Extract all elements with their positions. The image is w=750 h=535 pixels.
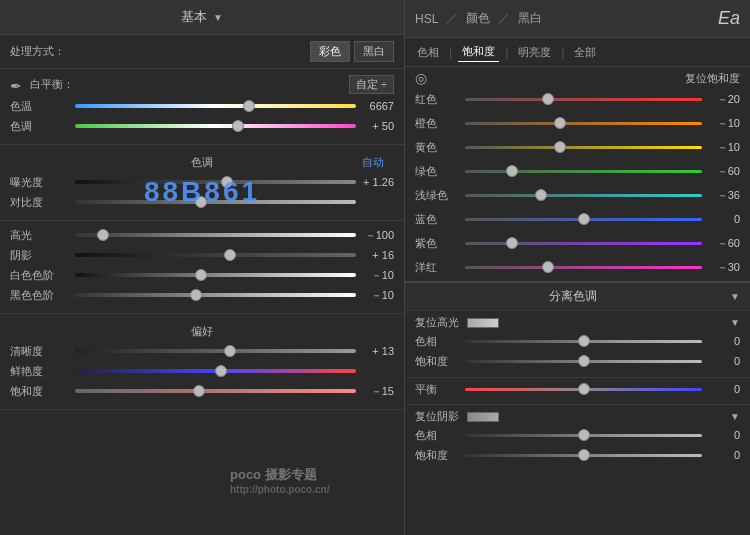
watermark-brand: poco 摄影专题 <box>230 466 329 484</box>
black-slider[interactable] <box>75 287 356 303</box>
purple-sat-slider[interactable] <box>465 235 702 251</box>
tint-label: 色调 <box>10 119 75 134</box>
hsl-reset-label[interactable]: 复位饱和度 <box>685 71 740 86</box>
right-header-items: HSL ／ 颜色 ／ 黑白 <box>415 10 542 27</box>
highlight-swatch[interactable] <box>467 318 499 328</box>
highlight-sat-slider[interactable] <box>465 353 702 369</box>
aqua-sat-value: －36 <box>702 188 740 203</box>
left-panel-title: 基本 <box>181 8 207 26</box>
shadow-dropdown[interactable]: ▼ <box>730 411 740 422</box>
right-panel: HSL ／ 颜色 ／ 黑白 Ea 色相 | 饱和度 | 明亮度 | 全部 ◎ 复… <box>405 0 750 535</box>
green-sat-slider[interactable] <box>465 163 702 179</box>
highlight-sat-row: 饱和度 0 <box>415 353 740 369</box>
bw-label[interactable]: 黑白 <box>518 10 542 27</box>
tab-luminance[interactable]: 明亮度 <box>514 43 555 62</box>
tab-all[interactable]: 全部 <box>570 43 600 62</box>
shadow-hue-row: 色相 0 <box>415 427 740 443</box>
left-panel-arrow: ▼ <box>213 12 223 23</box>
exposure-label: 曝光度 <box>10 175 75 190</box>
tone-section: 色调 自动 88B861 曝光度 + 1.26 <box>0 145 404 221</box>
split-shadow-section: 复位阴影 ▼ 色相 0 饱和度 <box>405 405 750 471</box>
yellow-sat-value: －10 <box>702 140 740 155</box>
tint-slider[interactable] <box>75 118 356 134</box>
wb-section: ✒ 白平衡： 自定 ÷ 色温 6667 色调 <box>0 69 404 145</box>
ea-label: Ea <box>718 8 740 29</box>
exposure-value: + 1.26 <box>356 176 394 188</box>
shadow-label: 阴影 <box>10 248 75 263</box>
blue-sat-slider[interactable] <box>465 211 702 227</box>
highlight-sat-label: 饱和度 <box>415 354 465 369</box>
wb-value[interactable]: 自定 ÷ <box>349 75 394 94</box>
tab-saturation[interactable]: 饱和度 <box>458 42 499 62</box>
processing-row: 处理方式： 彩色 黑白 <box>0 35 404 69</box>
blue-sat-value: 0 <box>702 213 740 225</box>
aqua-sat-row: 浅绿色 －36 <box>405 185 750 205</box>
watermark: poco 摄影专题 http://photo.poco.cn/ <box>230 466 329 495</box>
aqua-label: 浅绿色 <box>415 188 465 203</box>
highlight-slider[interactable] <box>75 227 356 243</box>
split-tone-header: 分离色调 ▼ <box>405 283 750 311</box>
header-sep2: ／ <box>498 10 510 27</box>
contrast-row: 对比度 <box>10 194 394 210</box>
orange-label: 橙色 <box>415 116 465 131</box>
white-slider[interactable] <box>75 267 356 283</box>
split-highlight-reset[interactable]: 复位高光 <box>415 315 459 330</box>
tone-auto-button[interactable]: 自动 <box>362 155 384 170</box>
highlight-hue-value: 0 <box>702 335 740 347</box>
yellow-sat-slider[interactable] <box>465 139 702 155</box>
exposure-slider[interactable] <box>75 174 356 190</box>
split-tone-arrow: ▼ <box>730 291 740 302</box>
saturation-slider[interactable] <box>75 383 356 399</box>
bw-mode-button[interactable]: 黑白 <box>354 41 394 62</box>
purple-sat-value: －60 <box>702 236 740 251</box>
wb-header-row: ✒ 白平衡： 自定 ÷ <box>10 75 394 94</box>
shadow-value: + 16 <box>356 249 394 261</box>
blue-sat-row: 蓝色 0 <box>405 209 750 229</box>
shadow-row: 阴影 + 16 <box>10 247 394 263</box>
red-sat-slider[interactable] <box>465 91 702 107</box>
clarity-slider[interactable] <box>75 343 356 359</box>
watermark-url: http://photo.poco.cn/ <box>230 484 329 495</box>
magenta-label: 洋红 <box>415 260 465 275</box>
highlight-dropdown[interactable]: ▼ <box>730 317 740 328</box>
shadow-swatch[interactable] <box>467 412 499 422</box>
highlight-hue-slider[interactable] <box>465 333 702 349</box>
aqua-sat-slider[interactable] <box>465 187 702 203</box>
yellow-label: 黄色 <box>415 140 465 155</box>
shadow-hue-slider[interactable] <box>465 427 702 443</box>
hsl-section-header: ◎ 复位饱和度 <box>405 67 750 89</box>
contrast-slider[interactable] <box>75 194 356 210</box>
yellow-sat-row: 黄色 －10 <box>405 137 750 157</box>
hsl-label[interactable]: HSL <box>415 12 438 26</box>
vibrance-row: 鲜艳度 <box>10 363 394 379</box>
pref-label: 偏好 <box>191 324 213 339</box>
shadow-hue-label: 色相 <box>415 428 465 443</box>
tab-hue[interactable]: 色相 <box>413 43 443 62</box>
split-shadow-reset[interactable]: 复位阴影 <box>415 409 459 424</box>
saturation-value: －15 <box>356 384 394 399</box>
color-label[interactable]: 颜色 <box>466 10 490 27</box>
color-mode-button[interactable]: 彩色 <box>310 41 350 62</box>
left-panel: 基本 ▼ 处理方式： 彩色 黑白 ✒ 白平衡： 自定 ÷ 色温 <box>0 0 405 535</box>
split-shadow-header: 复位阴影 ▼ <box>415 409 740 424</box>
pref-header: 偏好 <box>10 320 394 343</box>
hsl-target-icon: ◎ <box>415 70 427 86</box>
color-temp-label: 色温 <box>10 99 75 114</box>
shadow-sat-slider[interactable] <box>465 447 702 463</box>
tint-row: 色调 + 50 <box>10 118 394 134</box>
balance-label: 平衡 <box>415 382 465 397</box>
red-sat-row: 红色 －20 <box>405 89 750 109</box>
exposure-row: 曝光度 + 1.26 <box>10 174 394 190</box>
color-temp-slider[interactable] <box>75 98 356 114</box>
highlight-value: －100 <box>356 228 394 243</box>
right-header: HSL ／ 颜色 ／ 黑白 Ea <box>405 0 750 38</box>
vibrance-slider[interactable] <box>75 363 356 379</box>
balance-slider[interactable] <box>465 381 702 397</box>
orange-sat-slider[interactable] <box>465 115 702 131</box>
shadow-slider[interactable] <box>75 247 356 263</box>
shadow-hue-value: 0 <box>702 429 740 441</box>
white-label: 白色色阶 <box>10 268 75 283</box>
highlight-hue-row: 色相 0 <box>415 333 740 349</box>
magenta-sat-slider[interactable] <box>465 259 702 275</box>
shadow-sat-value: 0 <box>702 449 740 461</box>
